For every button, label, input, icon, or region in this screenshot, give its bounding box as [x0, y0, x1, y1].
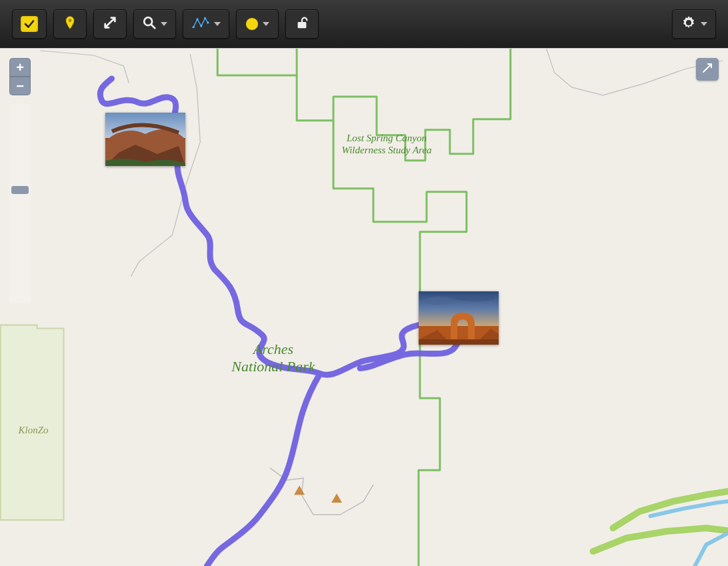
svg-point-2 [193, 26, 195, 28]
checkbox-checked-icon [21, 16, 38, 32]
zoom-slider-handle[interactable] [11, 186, 29, 194]
zoom-slider-track[interactable] [9, 103, 31, 303]
svg-point-5 [204, 17, 206, 19]
fullscreen-icon [701, 62, 713, 77]
chevron-down-icon [701, 22, 707, 26]
search-icon [142, 15, 157, 33]
track-line-dropdown-button[interactable] [183, 9, 229, 39]
chevron-down-icon [214, 22, 221, 26]
settings-dropdown-button[interactable] [672, 9, 716, 39]
svg-point-0 [69, 19, 72, 22]
color-swatch-icon [245, 17, 259, 31]
svg-point-13 [455, 295, 495, 301]
expand-arrows-button[interactable] [93, 9, 127, 39]
map-pin-icon [65, 15, 75, 33]
diagonal-arrows-icon [103, 15, 117, 33]
chevron-down-icon [161, 22, 167, 26]
chevron-down-icon [263, 22, 269, 26]
search-dropdown-button[interactable] [133, 9, 176, 39]
color-picker-dropdown-button[interactable] [236, 9, 279, 39]
gear-icon [681, 15, 697, 33]
toolbar [0, 0, 728, 48]
toggle-select-button[interactable] [12, 9, 47, 39]
unlocked-icon [295, 15, 309, 33]
photo-thumbnail-2[interactable] [419, 291, 499, 345]
polyline-icon [191, 16, 210, 32]
map-viewport[interactable]: Lost Spring Canyon Wilderness Study Area… [0, 48, 728, 566]
svg-point-3 [196, 18, 198, 20]
zoom-in-button[interactable]: + [9, 58, 31, 77]
svg-rect-7 [298, 22, 307, 28]
lock-toggle-button[interactable] [285, 9, 319, 39]
marker-button[interactable] [53, 9, 87, 39]
svg-rect-15 [419, 339, 499, 345]
svg-point-4 [200, 25, 202, 27]
svg-point-12 [424, 297, 453, 305]
photo-thumbnail-1[interactable] [105, 113, 185, 166]
svg-point-6 [207, 21, 209, 23]
zoom-out-button[interactable]: − [9, 77, 31, 95]
zoom-controls: + − [9, 58, 31, 303]
fullscreen-button[interactable] [696, 58, 719, 81]
